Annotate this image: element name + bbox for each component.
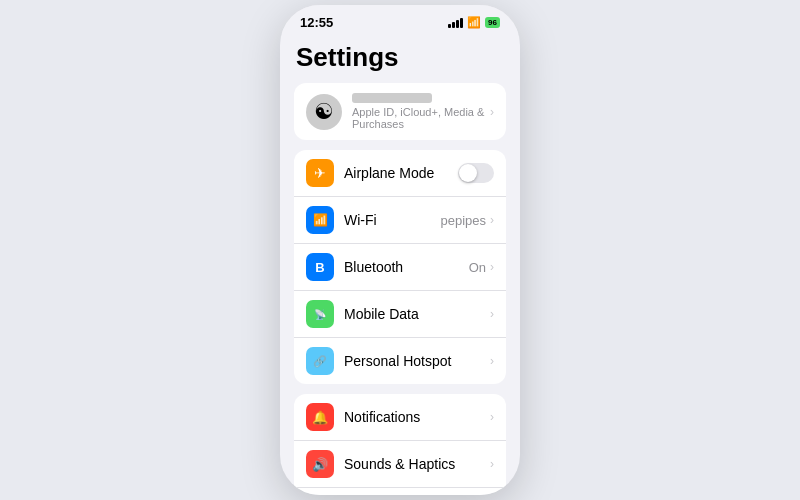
mobile-data-row[interactable]: 📡 Mobile Data › — [294, 291, 506, 338]
profile-chevron-icon: › — [490, 105, 494, 119]
avatar: ☯ — [306, 94, 342, 130]
status-time: 12:55 — [300, 15, 333, 30]
notifications-label: Notifications — [344, 409, 490, 425]
airplane-mode-label: Airplane Mode — [344, 165, 458, 181]
mobile-data-label: Mobile Data — [344, 306, 490, 322]
sounds-haptics-icon: 🔊 — [306, 450, 334, 478]
notifications-row[interactable]: 🔔 Notifications › — [294, 394, 506, 441]
page-title: Settings — [296, 42, 504, 73]
wifi-icon: 📶 — [306, 206, 334, 234]
bluetooth-label: Bluetooth — [344, 259, 469, 275]
notifications-chevron-icon: › — [490, 410, 494, 424]
bluetooth-value: On — [469, 260, 486, 275]
personal-hotspot-label: Personal Hotspot — [344, 353, 490, 369]
mobile-data-icon: 📡 — [306, 300, 334, 328]
battery-badge: 96 — [485, 17, 500, 28]
mobile-data-chevron-icon: › — [490, 307, 494, 321]
personal-hotspot-chevron-icon: › — [490, 354, 494, 368]
scroll-content: Settings ☯ Apple ID, iCloud+, Media & Pu… — [280, 34, 520, 495]
notifications-icon: 🔔 — [306, 403, 334, 431]
profile-text: Apple ID, iCloud+, Media & Purchases — [352, 93, 490, 130]
personal-hotspot-row[interactable]: 🔗 Personal Hotspot › — [294, 338, 506, 384]
phone-frame: 12:55 📶 96 Settings ☯ Apple ID, iClou — [280, 5, 520, 495]
bluetooth-row[interactable]: B Bluetooth On › — [294, 244, 506, 291]
sounds-haptics-row[interactable]: 🔊 Sounds & Haptics › — [294, 441, 506, 488]
wifi-label: Wi-Fi — [344, 212, 440, 228]
notifications-section: 🔔 Notifications › 🔊 Sounds & Haptics › 🌙… — [294, 394, 506, 495]
bluetooth-chevron-icon: › — [490, 260, 494, 274]
status-icons: 📶 96 — [448, 16, 500, 29]
connectivity-section: ✈ Airplane Mode 📶 Wi-Fi pepipes › B Blue… — [294, 150, 506, 384]
wifi-value: pepipes — [440, 213, 486, 228]
profile-subtitle: Apple ID, iCloud+, Media & Purchases — [352, 106, 490, 130]
wifi-chevron-icon: › — [490, 213, 494, 227]
signal-bars-icon — [448, 18, 463, 28]
sounds-haptics-chevron-icon: › — [490, 457, 494, 471]
status-bar: 12:55 📶 96 — [280, 5, 520, 34]
toggle-knob — [459, 164, 477, 182]
profile-row[interactable]: ☯ Apple ID, iCloud+, Media & Purchases › — [294, 83, 506, 140]
yin-yang-icon: ☯ — [314, 99, 334, 125]
profile-name-blur — [352, 93, 432, 103]
wifi-status-icon: 📶 — [467, 16, 481, 29]
personal-hotspot-icon: 🔗 — [306, 347, 334, 375]
wifi-row[interactable]: 📶 Wi-Fi pepipes › — [294, 197, 506, 244]
focus-row[interactable]: 🌙 Focus › — [294, 488, 506, 495]
airplane-mode-icon: ✈ — [306, 159, 334, 187]
airplane-mode-row[interactable]: ✈ Airplane Mode — [294, 150, 506, 197]
sounds-haptics-label: Sounds & Haptics — [344, 456, 490, 472]
profile-section[interactable]: ☯ Apple ID, iCloud+, Media & Purchases › — [294, 83, 506, 140]
airplane-mode-toggle[interactable] — [458, 163, 494, 183]
bluetooth-icon: B — [306, 253, 334, 281]
